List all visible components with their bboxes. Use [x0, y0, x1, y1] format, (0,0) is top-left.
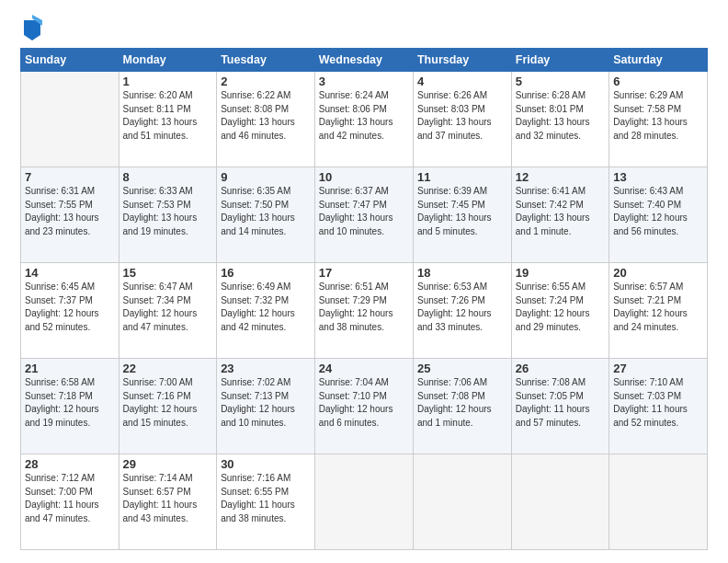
calendar-cell: 3Sunrise: 6:24 AMSunset: 8:06 PMDaylight… — [314, 72, 413, 167]
calendar-cell: 25Sunrise: 7:06 AMSunset: 7:08 PMDayligh… — [413, 359, 511, 454]
logo-icon — [22, 15, 42, 40]
day-number: 1 — [123, 75, 213, 88]
calendar-cell: 28Sunrise: 7:12 AMSunset: 7:00 PMDayligh… — [21, 454, 119, 550]
calendar-cell: 11Sunrise: 6:39 AMSunset: 7:45 PMDayligh… — [413, 167, 511, 263]
day-info: Sunrise: 6:24 AMSunset: 8:06 PMDaylight:… — [319, 89, 409, 143]
day-info: Sunrise: 6:20 AMSunset: 8:11 PMDaylight:… — [123, 89, 213, 143]
calendar-cell: 2Sunrise: 6:22 AMSunset: 8:08 PMDaylight… — [217, 72, 315, 167]
calendar-cell: 13Sunrise: 6:43 AMSunset: 7:40 PMDayligh… — [609, 167, 708, 263]
calendar-cell: 16Sunrise: 6:49 AMSunset: 7:32 PMDayligh… — [217, 263, 315, 359]
day-info: Sunrise: 7:08 AMSunset: 7:05 PMDaylight:… — [516, 376, 605, 430]
day-number: 30 — [221, 457, 311, 471]
calendar-week-3: 14Sunrise: 6:45 AMSunset: 7:37 PMDayligh… — [21, 263, 708, 359]
logo — [20, 17, 42, 40]
day-number: 13 — [613, 170, 703, 184]
calendar-cell: 12Sunrise: 6:41 AMSunset: 7:42 PMDayligh… — [511, 167, 609, 263]
day-info: Sunrise: 6:31 AMSunset: 7:55 PMDaylight:… — [25, 185, 115, 238]
day-number: 14 — [25, 266, 115, 280]
day-number: 11 — [417, 170, 507, 184]
day-number: 26 — [516, 362, 605, 375]
day-number: 9 — [221, 170, 311, 184]
header — [20, 17, 708, 40]
day-info: Sunrise: 7:14 AMSunset: 6:57 PMDaylight:… — [123, 472, 213, 525]
day-info: Sunrise: 6:22 AMSunset: 8:08 PMDaylight:… — [221, 89, 311, 143]
day-number: 4 — [417, 75, 507, 88]
calendar-cell — [609, 454, 708, 550]
calendar-cell: 5Sunrise: 6:28 AMSunset: 8:01 PMDaylight… — [511, 72, 609, 167]
day-info: Sunrise: 6:58 AMSunset: 7:18 PMDaylight:… — [25, 376, 115, 430]
weekday-header-row: SundayMondayTuesdayWednesdayThursdayFrid… — [21, 49, 708, 72]
day-info: Sunrise: 6:33 AMSunset: 7:53 PMDaylight:… — [123, 185, 213, 238]
calendar-week-1: 1Sunrise: 6:20 AMSunset: 8:11 PMDaylight… — [21, 72, 708, 167]
calendar-week-4: 21Sunrise: 6:58 AMSunset: 7:18 PMDayligh… — [21, 359, 708, 454]
day-info: Sunrise: 7:12 AMSunset: 7:00 PMDaylight:… — [25, 472, 115, 525]
day-number: 7 — [25, 170, 115, 184]
weekday-header-sunday: Sunday — [21, 49, 119, 72]
calendar-cell — [21, 72, 119, 167]
calendar-cell: 8Sunrise: 6:33 AMSunset: 7:53 PMDaylight… — [119, 167, 217, 263]
svg-marker-0 — [24, 20, 40, 40]
day-number: 18 — [417, 266, 507, 280]
day-number: 25 — [417, 362, 507, 375]
day-info: Sunrise: 7:06 AMSunset: 7:08 PMDaylight:… — [417, 376, 507, 430]
day-info: Sunrise: 6:49 AMSunset: 7:32 PMDaylight:… — [221, 281, 311, 334]
calendar-cell: 29Sunrise: 7:14 AMSunset: 6:57 PMDayligh… — [119, 454, 217, 550]
calendar-cell: 4Sunrise: 6:26 AMSunset: 8:03 PMDaylight… — [413, 72, 511, 167]
day-info: Sunrise: 6:39 AMSunset: 7:45 PMDaylight:… — [417, 185, 507, 238]
day-number: 6 — [613, 75, 703, 88]
day-info: Sunrise: 6:43 AMSunset: 7:40 PMDaylight:… — [613, 185, 703, 238]
day-number: 20 — [613, 266, 703, 280]
day-info: Sunrise: 6:26 AMSunset: 8:03 PMDaylight:… — [417, 89, 507, 143]
day-info: Sunrise: 7:04 AMSunset: 7:10 PMDaylight:… — [319, 376, 409, 430]
day-number: 10 — [319, 170, 409, 184]
weekday-header-thursday: Thursday — [413, 49, 511, 72]
page: SundayMondayTuesdayWednesdayThursdayFrid… — [0, 0, 728, 563]
day-number: 17 — [319, 266, 409, 280]
day-number: 19 — [516, 266, 605, 280]
calendar-cell: 21Sunrise: 6:58 AMSunset: 7:18 PMDayligh… — [21, 359, 119, 454]
day-number: 2 — [221, 75, 311, 88]
day-info: Sunrise: 6:57 AMSunset: 7:21 PMDaylight:… — [613, 281, 703, 334]
day-info: Sunrise: 7:00 AMSunset: 7:16 PMDaylight:… — [123, 376, 213, 430]
calendar-cell: 17Sunrise: 6:51 AMSunset: 7:29 PMDayligh… — [314, 263, 413, 359]
calendar-cell: 10Sunrise: 6:37 AMSunset: 7:47 PMDayligh… — [314, 167, 413, 263]
calendar-cell: 15Sunrise: 6:47 AMSunset: 7:34 PMDayligh… — [119, 263, 217, 359]
calendar-cell: 7Sunrise: 6:31 AMSunset: 7:55 PMDaylight… — [21, 167, 119, 263]
day-info: Sunrise: 6:29 AMSunset: 7:58 PMDaylight:… — [613, 89, 703, 143]
weekday-header-wednesday: Wednesday — [314, 49, 413, 72]
day-number: 28 — [25, 457, 115, 471]
calendar-cell: 24Sunrise: 7:04 AMSunset: 7:10 PMDayligh… — [314, 359, 413, 454]
day-info: Sunrise: 6:53 AMSunset: 7:26 PMDaylight:… — [417, 281, 507, 334]
day-number: 24 — [319, 362, 409, 375]
day-number: 15 — [123, 266, 213, 280]
weekday-header-monday: Monday — [119, 49, 217, 72]
day-info: Sunrise: 6:37 AMSunset: 7:47 PMDaylight:… — [319, 185, 409, 238]
day-info: Sunrise: 6:28 AMSunset: 8:01 PMDaylight:… — [516, 89, 605, 143]
day-number: 3 — [319, 75, 409, 88]
day-number: 21 — [25, 362, 115, 375]
calendar-cell: 22Sunrise: 7:00 AMSunset: 7:16 PMDayligh… — [119, 359, 217, 454]
day-number: 27 — [613, 362, 703, 375]
calendar-cell: 27Sunrise: 7:10 AMSunset: 7:03 PMDayligh… — [609, 359, 708, 454]
day-info: Sunrise: 7:10 AMSunset: 7:03 PMDaylight:… — [613, 376, 703, 430]
day-number: 16 — [221, 266, 311, 280]
day-info: Sunrise: 6:45 AMSunset: 7:37 PMDaylight:… — [25, 281, 115, 334]
calendar-week-5: 28Sunrise: 7:12 AMSunset: 7:00 PMDayligh… — [21, 454, 708, 550]
day-info: Sunrise: 7:02 AMSunset: 7:13 PMDaylight:… — [221, 376, 311, 430]
calendar-cell: 26Sunrise: 7:08 AMSunset: 7:05 PMDayligh… — [511, 359, 609, 454]
weekday-header-friday: Friday — [511, 49, 609, 72]
calendar-cell: 20Sunrise: 6:57 AMSunset: 7:21 PMDayligh… — [609, 263, 708, 359]
day-number: 29 — [123, 457, 213, 471]
day-info: Sunrise: 6:35 AMSunset: 7:50 PMDaylight:… — [221, 185, 311, 238]
calendar-cell: 1Sunrise: 6:20 AMSunset: 8:11 PMDaylight… — [119, 72, 217, 167]
calendar-cell — [413, 454, 511, 550]
weekday-header-saturday: Saturday — [609, 49, 708, 72]
day-number: 12 — [516, 170, 605, 184]
calendar-cell — [511, 454, 609, 550]
day-info: Sunrise: 6:41 AMSunset: 7:42 PMDaylight:… — [516, 185, 605, 238]
calendar-cell: 30Sunrise: 7:16 AMSunset: 6:55 PMDayligh… — [217, 454, 315, 550]
day-number: 23 — [221, 362, 311, 375]
calendar-cell: 18Sunrise: 6:53 AMSunset: 7:26 PMDayligh… — [413, 263, 511, 359]
day-number: 8 — [123, 170, 213, 184]
day-info: Sunrise: 6:47 AMSunset: 7:34 PMDaylight:… — [123, 281, 213, 334]
